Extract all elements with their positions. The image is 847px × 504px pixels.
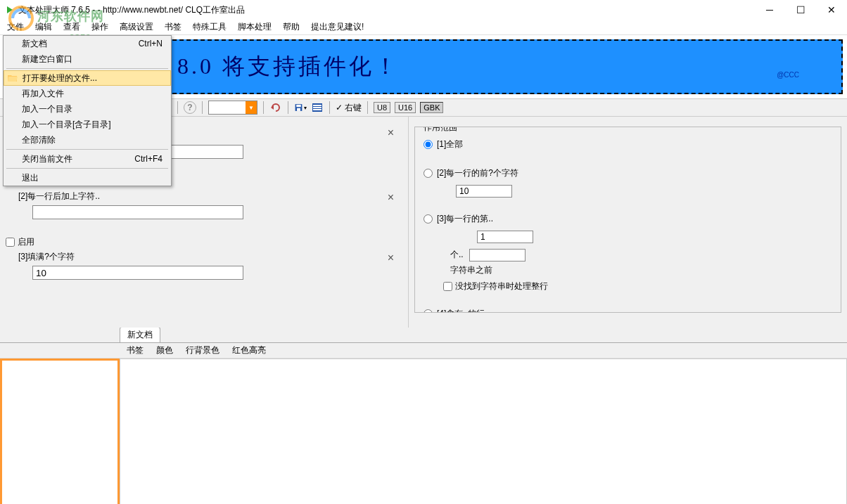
menu-item-new-doc[interactable]: 新文档Ctrl+N <box>4 36 171 51</box>
encoding-u16-button[interactable]: U16 <box>395 102 416 113</box>
menu-item-open-files[interactable]: 打开要处理的文件... <box>4 70 171 86</box>
encoding-u8-button[interactable]: U8 <box>374 102 390 113</box>
maximize-button[interactable]: ☐ <box>785 0 816 20</box>
file-menu-dropdown: 新文档Ctrl+N 新建空白窗口 打开要处理的文件... 再加入文件 加入一个目… <box>3 35 172 186</box>
document-tabs: 新文档 <box>0 328 847 343</box>
color-button[interactable]: 颜色 <box>156 344 173 356</box>
toolbar-separator <box>202 101 203 114</box>
svg-marker-0 <box>7 6 13 13</box>
menu-view[interactable]: 查看 <box>60 20 83 34</box>
grid-icon[interactable] <box>311 101 324 114</box>
undo-icon[interactable] <box>269 101 282 114</box>
toolbar-combo[interactable]: ▼ <box>208 101 257 115</box>
scope-notfound-label: 没找到字符串时处理整行 <box>455 280 548 292</box>
toolbar-separator <box>288 101 288 114</box>
menu-item-add-dir[interactable]: 加入一个目录 <box>4 101 171 117</box>
close-icon[interactable]: × <box>388 252 394 264</box>
line-bgcolor-button[interactable]: 行背景色 <box>186 344 219 356</box>
right-scope-panel: 作用范围 [1]全部 [2]每一行的前?个字符 [3]每一行的第.. 个.. 字… <box>408 117 847 328</box>
svg-rect-5 <box>297 108 300 111</box>
menu-separator <box>6 68 168 69</box>
option-2-label: [2]每一行后加上字符.. <box>18 190 402 202</box>
menu-item-clear-all[interactable]: 全部清除 <box>4 132 171 148</box>
scope-after-label: 字符串之前 <box>450 264 832 276</box>
scope-radio-1[interactable] <box>424 140 433 149</box>
banner-tag: @CCC <box>777 71 799 79</box>
scope-legend: 作用范围 <box>421 127 460 134</box>
menu-separator <box>6 168 168 169</box>
svg-rect-9 <box>313 109 321 110</box>
editor-toolbar: 书签 颜色 行背景色 红色高亮 <box>0 343 847 358</box>
close-icon[interactable]: × <box>388 127 394 139</box>
help-icon[interactable]: ? <box>184 101 196 114</box>
scope-input-2[interactable] <box>456 185 512 198</box>
menu-item-new-blank[interactable]: 新建空白窗口 <box>4 51 171 67</box>
file-list-panel[interactable] <box>0 358 120 504</box>
menu-script[interactable]: 脚本处理 <box>235 20 274 34</box>
toolbar-separator <box>367 101 368 114</box>
menu-item-close-current[interactable]: 关闭当前文件Ctrl+F4 <box>4 151 171 167</box>
menu-advanced[interactable]: 高级设置 <box>117 20 156 34</box>
minimize-button[interactable]: ─ <box>754 0 785 20</box>
scope-input-3b[interactable] <box>469 249 526 261</box>
chevron-down-icon: ▼ <box>246 101 257 114</box>
toolbar-separator <box>177 101 178 114</box>
close-button[interactable]: ✕ <box>816 0 847 20</box>
scope-unit-label: 个.. <box>450 249 464 261</box>
title-bar: 文本处理大师 7.6.5 - - http://www.newbt.net/ C… <box>0 0 847 20</box>
menu-bookmark[interactable]: 书签 <box>162 20 184 34</box>
tab-new-doc[interactable]: 新文档 <box>120 327 160 342</box>
scope-fieldset: 作用范围 [1]全部 [2]每一行的前?个字符 [3]每一行的第.. 个.. 字… <box>414 127 841 313</box>
svg-rect-4 <box>296 105 301 107</box>
text-input-3[interactable] <box>32 266 243 280</box>
svg-rect-7 <box>313 105 321 106</box>
scope-label-3: [3]每一行的第.. <box>437 213 493 225</box>
scope-input-3a[interactable] <box>477 231 533 243</box>
toolbar-separator <box>263 101 264 114</box>
scope-label-1: [1]全部 <box>437 138 463 150</box>
toolbar-separator <box>329 101 330 114</box>
menu-item-re-add[interactable]: 再加入文件 <box>4 86 171 101</box>
folder-open-icon <box>7 72 18 84</box>
encoding-gbk-button[interactable]: GBK <box>420 102 443 113</box>
menu-file[interactable]: 文件 <box>4 20 27 34</box>
menu-action[interactable]: 操作 <box>89 20 111 34</box>
save-icon[interactable]: ▾ <box>294 101 307 114</box>
menu-edit[interactable]: 编辑 <box>32 20 55 34</box>
text-editor[interactable] <box>120 358 847 504</box>
right-key-check[interactable]: ✓右键 <box>336 102 362 114</box>
menu-feedback[interactable]: 提出意见建议! <box>308 20 367 34</box>
menu-bar: 文件 编辑 查看 操作 高级设置 书签 特殊工具 脚本处理 帮助 提出意见建议! <box>0 20 847 35</box>
scope-label-4: [4]含有..的行 <box>437 308 485 313</box>
close-icon[interactable]: × <box>388 191 394 204</box>
enable-label: 启用 <box>18 236 34 248</box>
red-highlight-button[interactable]: 红色高亮 <box>232 344 266 356</box>
menu-special[interactable]: 特殊工具 <box>190 20 229 34</box>
window-controls: ─ ☐ ✕ <box>754 0 847 20</box>
svg-rect-8 <box>313 107 321 108</box>
menu-item-add-dir-sub[interactable]: 加入一个目录[含子目录] <box>4 117 171 132</box>
text-input-2[interactable] <box>32 205 243 219</box>
menu-item-exit[interactable]: 退出 <box>4 170 171 186</box>
enable-checkbox-3[interactable] <box>6 238 15 247</box>
scope-label-2: [2]每一行的前?个字符 <box>437 167 518 179</box>
scope-radio-4[interactable] <box>424 309 433 313</box>
scope-radio-2[interactable] <box>424 169 433 178</box>
scope-radio-3[interactable] <box>424 214 433 224</box>
menu-separator <box>6 149 168 150</box>
menu-help[interactable]: 帮助 <box>280 20 302 34</box>
bookmark-button[interactable]: 书签 <box>127 344 144 356</box>
window-title: 文本处理大师 7.6.5 - - http://www.newbt.net/ C… <box>18 4 245 16</box>
option-3-label: [3]填满?个字符 <box>18 251 402 263</box>
app-icon <box>6 6 14 14</box>
scope-notfound-checkbox[interactable] <box>443 282 452 291</box>
